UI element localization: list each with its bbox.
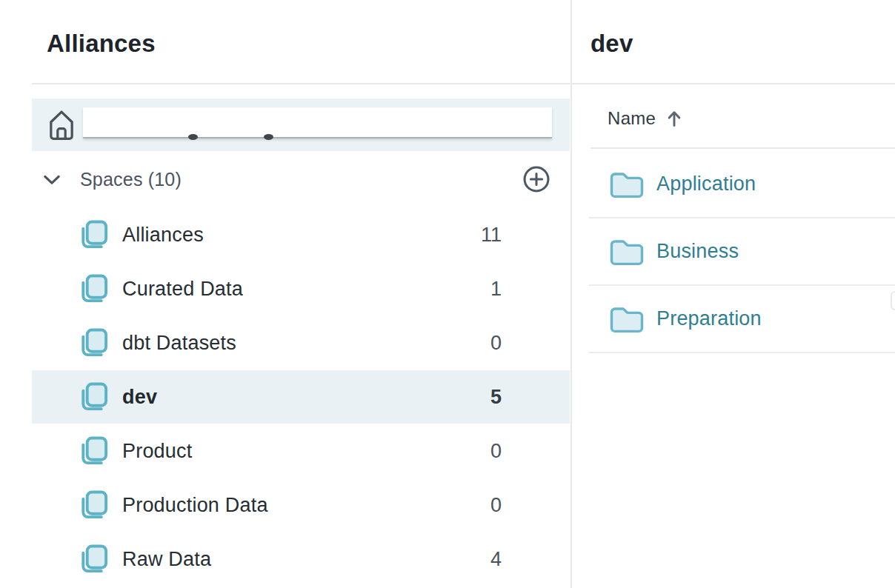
space-name: Alliances xyxy=(122,224,204,247)
folder-icon xyxy=(610,238,644,266)
space-icon xyxy=(77,273,109,305)
folder-link[interactable]: Preparation xyxy=(656,307,762,330)
space-icon xyxy=(77,435,109,467)
home-breadcrumb-item[interactable] xyxy=(32,98,570,151)
space-icon xyxy=(77,219,109,251)
home-icon xyxy=(49,109,74,141)
folder-link[interactable]: Business xyxy=(656,240,739,263)
space-name: dbt Datasets xyxy=(122,332,236,355)
folder-link[interactable]: Application xyxy=(656,173,756,196)
sidebar-item-alliances[interactable]: Alliances 11 xyxy=(32,208,570,261)
header-divider xyxy=(32,83,895,84)
column-header-divider xyxy=(590,147,895,149)
space-name: Production Data xyxy=(122,494,268,517)
table-row-application[interactable]: Application xyxy=(590,150,895,218)
column-header-name[interactable]: Name xyxy=(608,104,682,133)
app-root: Alliances Spaces (10) Alliances 11 Curat… xyxy=(0,0,895,588)
redacted-text-descender xyxy=(188,134,198,140)
space-name: dev xyxy=(122,386,157,409)
space-icon xyxy=(77,327,109,359)
space-icon xyxy=(77,381,109,413)
sidebar-item-curated-data[interactable]: Curated Data 1 xyxy=(32,262,570,315)
space-count: 1 xyxy=(490,278,502,301)
space-count: 0 xyxy=(490,494,502,517)
space-count: 4 xyxy=(490,548,502,571)
space-name: Product xyxy=(122,440,192,463)
space-icon xyxy=(77,544,109,575)
sidebar-item-raw-data[interactable]: Raw Data 4 xyxy=(32,532,570,586)
space-count: 11 xyxy=(481,224,502,247)
spaces-section-header[interactable]: Spaces (10) xyxy=(32,153,570,205)
sidebar-item-production-data[interactable]: Production Data 0 xyxy=(32,478,570,532)
table-row-business[interactable]: Business xyxy=(590,218,895,285)
space-count: 0 xyxy=(490,332,502,355)
space-name: Raw Data xyxy=(122,548,211,571)
space-count: 0 xyxy=(490,440,502,463)
sidebar-item-dev[interactable]: dev 5 xyxy=(32,370,570,424)
chevron-down-icon[interactable] xyxy=(43,174,61,185)
redacted-home-label xyxy=(83,107,552,138)
cutoff-action-button[interactable] xyxy=(891,291,895,310)
spaces-section-label: Spaces (10) xyxy=(80,169,182,190)
panel-vertical-divider xyxy=(570,0,572,588)
plus-circle-icon xyxy=(522,165,550,193)
page-title: dev xyxy=(590,30,633,58)
folder-icon xyxy=(610,305,644,333)
sidebar-item-product[interactable]: Product 0 xyxy=(32,424,570,478)
redacted-text-descender xyxy=(264,134,273,140)
column-header-label: Name xyxy=(608,108,656,129)
sidebar-item-dbt-datasets[interactable]: dbt Datasets 0 xyxy=(32,316,570,370)
row-divider xyxy=(589,352,895,353)
add-space-button[interactable] xyxy=(522,165,550,193)
table-row-preparation[interactable]: Preparation xyxy=(590,285,895,353)
space-icon xyxy=(77,490,109,521)
sidebar-title: Alliances xyxy=(47,30,156,58)
space-count: 5 xyxy=(490,386,502,409)
space-name: Curated Data xyxy=(122,278,243,301)
sort-ascending-icon xyxy=(667,110,682,127)
folder-icon xyxy=(610,170,644,198)
